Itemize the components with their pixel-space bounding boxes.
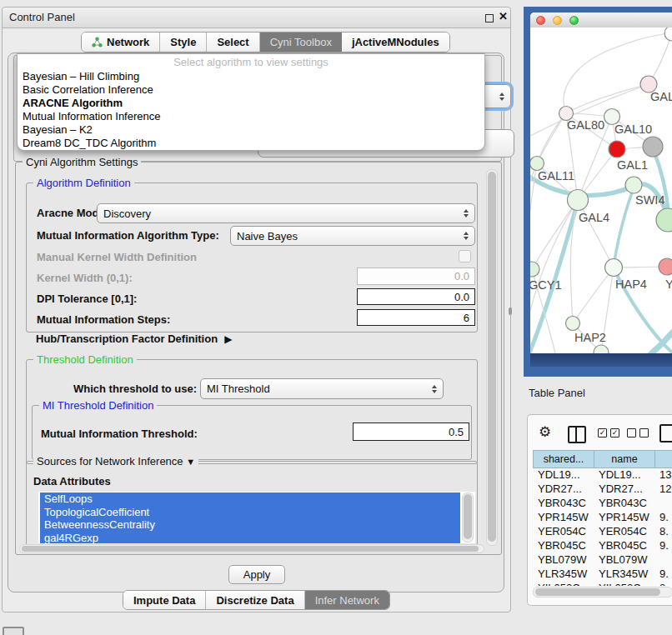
tab-jactivemnodules[interactable]: jActiveMNodules [342, 32, 449, 52]
dpi-tolerance-label: DPI Tolerance [0,1]: [37, 292, 137, 305]
list-item[interactable]: BetweennessCentrality [40, 518, 460, 532]
table-row[interactable]: YER054CYER054C8. [533, 525, 672, 539]
list-item[interactable]: gal4RGexp [40, 532, 460, 544]
network-node-HAP4[interactable] [605, 259, 623, 277]
group-title: Sources for Network Inference ▼ [33, 455, 198, 468]
table-row[interactable]: YIL052CYIL052C8. [533, 582, 672, 586]
tab-style[interactable]: Style [160, 32, 207, 52]
network-window-titlebar[interactable] [530, 12, 672, 28]
which-threshold-combobox[interactable]: MI Threshold [200, 378, 444, 399]
minimize-traffic-light[interactable] [553, 16, 562, 25]
mi-steps-field[interactable]: 6 [357, 309, 475, 326]
data-attributes-list: SelfLoops TopologicalCoefficient Between… [38, 492, 475, 543]
network-node-GAL11[interactable] [530, 157, 544, 171]
network-window: GAL7GAL80GAL10GAL1GAL11SWI4GAL4GCY1HAP4Y… [530, 12, 672, 353]
combo-spinner-icon [459, 209, 469, 218]
group-title: MI Threshold Definition [39, 399, 157, 412]
which-threshold-label: Which threshold to use: [73, 382, 197, 395]
network-edge[interactable] [573, 268, 614, 323]
control-panel-titlebar[interactable]: Control Panel ✕ [3, 8, 510, 28]
network-canvas[interactable]: GAL7GAL80GAL10GAL1GAL11SWI4GAL4GCY1HAP4Y… [530, 28, 672, 353]
settings-vertical-scrollbar[interactable] [486, 169, 498, 546]
group-title: Threshold Definition [33, 353, 137, 366]
list-scrollbar[interactable] [462, 492, 474, 542]
column-header-partial[interactable] [654, 450, 672, 468]
table-panel-title: Table Panel [529, 387, 585, 399]
network-icon [92, 37, 103, 48]
network-node-label: GAL11 [538, 169, 574, 182]
tab-discretize-data[interactable]: Discretize Data [206, 591, 304, 609]
mi-type-combobox[interactable]: Naive Bayes [230, 226, 475, 246]
zoom-traffic-light[interactable] [569, 16, 579, 25]
dropdown-option-selected[interactable]: ARACNE Algorithm [21, 97, 481, 110]
tab-impute-data[interactable]: Impute Data [123, 591, 206, 609]
mi-type-value: Naive Bayes [237, 230, 298, 242]
aracne-mode-value: Discovery [103, 208, 151, 220]
network-node-label: GAL7 [650, 90, 672, 103]
select-all-icon[interactable]: ✓✓ [598, 428, 619, 438]
table-horizontal-scrollbar[interactable] [533, 587, 672, 598]
list-item[interactable]: SelfLoops [40, 492, 460, 506]
aracne-mode-combobox[interactable]: Discovery [97, 203, 475, 223]
network-node-salmon[interactable] [659, 258, 672, 275]
tab-select[interactable]: Select [207, 32, 259, 52]
splitpane-divider-handle[interactable] [509, 308, 512, 315]
group-title: Cyni Algorithm Settings [23, 156, 141, 168]
table-row[interactable]: YLR345WYLR345W9. [533, 568, 672, 582]
network-node-HAP2[interactable] [566, 317, 580, 331]
tab-infer-network[interactable]: Infer Network [305, 591, 389, 609]
collapse-arrow-icon[interactable]: ▼ [186, 457, 195, 467]
network-edge[interactable] [614, 188, 634, 267]
table-row[interactable]: YBL079WYBL079W [533, 553, 672, 568]
dropdown-option[interactable]: Dream8 DC_TDC Algorithm [21, 137, 481, 150]
combo-spinner-icon [494, 92, 504, 101]
table-row[interactable]: YDR27...YDR27...12 [533, 482, 672, 497]
tab-cyni-toolbox[interactable]: Cyni Toolbox [260, 32, 342, 52]
network-node-SWI4[interactable] [625, 177, 642, 193]
cyni-algorithm-settings-group: Cyni Algorithm Settings Algorithm Defini… [15, 162, 502, 555]
table-row[interactable]: YBR045CYBR045C9. [533, 539, 672, 553]
cyni-toolbox-panel: Select algorithm to view settings Bayesi… [8, 52, 504, 592]
dropdown-option[interactable]: Bayesian – Hill Climbing [21, 70, 481, 83]
manual-kernel-checkbox[interactable] [459, 250, 471, 262]
tab-network-label: Network [107, 36, 149, 48]
which-threshold-value: MI Threshold [207, 382, 270, 395]
network-node-label: GAL10 [614, 122, 652, 136]
dropdown-option[interactable]: Mutual Information Inference [21, 110, 481, 123]
mi-threshold-field[interactable]: 0.5 [353, 422, 469, 441]
network-node-label: GAL80 [567, 118, 604, 132]
hub-definition-expander[interactable]: Hub/Transcription Factor Definition ▶ [36, 332, 232, 345]
table-row[interactable]: YPR145WYPR145W9. [533, 511, 672, 525]
column-header-name[interactable]: name [594, 450, 654, 468]
table-row[interactable]: YBR043CYBR043C [533, 497, 672, 511]
settings-horizontal-scrollbar[interactable] [19, 544, 484, 553]
group-title: Algorithm Definition [33, 177, 134, 189]
bottom-left-partial-button[interactable] [3, 627, 24, 635]
close-traffic-light[interactable] [536, 16, 545, 25]
dpi-tolerance-field[interactable]: 0.0 [357, 288, 475, 305]
dropdown-option[interactable]: Bayesian – K2 [21, 123, 481, 137]
apply-button[interactable]: Apply [228, 565, 285, 584]
gear-icon[interactable]: ⚙ [539, 423, 551, 441]
network-node-big-green[interactable] [656, 208, 672, 232]
kernel-width-field[interactable]: 0.0 [357, 268, 475, 285]
network-node-GAL1[interactable] [609, 141, 625, 158]
column-view-icon[interactable] [568, 426, 586, 443]
table-row[interactable]: YDL19...YDL19...13 [533, 468, 672, 482]
network-node-GCY1[interactable] [530, 262, 539, 277]
network-node-gray[interactable] [643, 137, 663, 157]
hub-definition-label: Hub/Transcription Factor Definition [36, 332, 218, 345]
table-header-row: shared... name [533, 450, 672, 468]
kernel-width-label: Kernel Width (0,1): [37, 272, 133, 284]
list-item[interactable]: TopologicalCoefficient [40, 506, 460, 519]
float-window-icon[interactable] [485, 14, 494, 22]
close-icon[interactable]: ✕ [499, 10, 508, 22]
tab-network[interactable]: Network [82, 32, 160, 52]
dropdown-option[interactable]: Basic Correlation Inference [21, 83, 481, 97]
deselect-all-icon[interactable] [627, 428, 649, 438]
network-node-bottom-partial[interactable] [594, 345, 609, 353]
column-header-shared-name[interactable]: shared... [533, 450, 594, 468]
partial-toolbar-icon[interactable] [659, 424, 672, 442]
network-node-GAL4[interactable] [568, 190, 589, 211]
network-node-top-partial[interactable] [664, 28, 672, 41]
